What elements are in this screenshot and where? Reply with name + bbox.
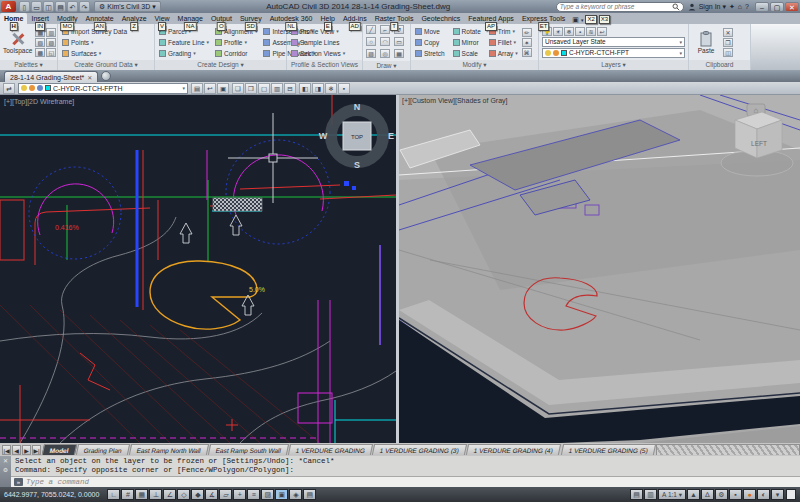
layout-tab[interactable]: 1 VERDURE GRADING (3): [372, 444, 467, 455]
viewcube-left-face[interactable]: LEFT: [751, 140, 767, 147]
ribbon-button[interactable]: Mirror: [451, 37, 485, 48]
search-icon[interactable]: [672, 3, 680, 11]
region-icon[interactable]: ▦: [394, 49, 404, 58]
ribbon-tab[interactable]: Help E: [317, 13, 339, 24]
dynamic-input-toggle[interactable]: +: [233, 489, 246, 500]
toolbar-lock-button[interactable]: ▪: [729, 489, 742, 500]
ortho-toggle[interactable]: ⊥: [149, 489, 162, 500]
viewcube-east[interactable]: E: [388, 131, 394, 141]
ellipse-icon[interactable]: ◎: [380, 49, 390, 58]
new-icon[interactable]: ▯: [19, 1, 30, 12]
drawing-tab[interactable]: 28-1-14 Grading-Sheet* ✕: [4, 71, 98, 82]
inquiry-icon[interactable]: ▧: [35, 38, 45, 47]
ribbon-tab[interactable]: Survey SD: [236, 13, 266, 24]
copy-to-layer-icon[interactable]: ❐: [245, 83, 257, 94]
prev-layout-icon[interactable]: ◀: [12, 445, 21, 455]
layer-states-icon[interactable]: ▣: [217, 83, 229, 94]
layer-state-dropdown[interactable]: Unsaved Layer State ▾: [542, 37, 685, 47]
chevron-down-icon[interactable]: ▾: [581, 17, 584, 23]
panel-title[interactable]: Palettes ▾: [0, 60, 57, 70]
erase-icon[interactable]: ✏: [522, 28, 532, 37]
ribbon-tab[interactable]: Manage NA: [174, 13, 207, 24]
ribbon-button[interactable]: Feature Line▾: [157, 37, 211, 48]
annotation-monitor-toggle[interactable]: ▤: [303, 489, 316, 500]
layout-button[interactable]: ▥: [644, 489, 657, 500]
unisolate-icon[interactable]: ◨: [312, 83, 324, 94]
ribbon-button[interactable]: Section Views▾: [289, 48, 347, 59]
isolate-icon[interactable]: ◧: [299, 83, 311, 94]
ribbon-tab[interactable]: Express Tools ET: [518, 13, 569, 24]
ribbon-tab[interactable]: Raster Tools T: [371, 13, 418, 24]
paste-button[interactable]: Paste: [691, 25, 721, 59]
search-input[interactable]: [560, 2, 672, 11]
plot-icon[interactable]: ▤: [55, 1, 66, 12]
viewport-2d-top[interactable]: 0.416% 5.0% N S W E TOP [+][Top][2D Wire…: [0, 95, 396, 443]
panel-title[interactable]: Clipboard: [689, 60, 750, 70]
layout-tab[interactable]: Model: [42, 444, 77, 455]
viewport-3d-shaded[interactable]: ⌂ LEFT [+][Custom View][Shades of Gray]: [399, 95, 800, 443]
object-snap-toggle[interactable]: ◇: [177, 489, 190, 500]
layer-merge-icon[interactable]: ▥: [271, 83, 283, 94]
ribbon-button[interactable]: Grading▾: [157, 48, 211, 59]
command-input[interactable]: » Type a command: [11, 476, 800, 487]
make-layer-current-icon[interactable]: ⇄: [3, 83, 15, 94]
close-icon[interactable]: ✕: [3, 458, 8, 465]
viewcube-west[interactable]: W: [319, 131, 328, 141]
transparency-toggle[interactable]: ▨: [261, 489, 274, 500]
layer-properties-icon[interactable]: ▤: [191, 83, 203, 94]
restore-button[interactable]: ▢: [770, 2, 784, 12]
new-drawing-tab-button[interactable]: [101, 71, 111, 81]
lock-icon[interactable]: ▪: [338, 83, 350, 94]
layer-isolate-icon[interactable]: ☀: [553, 27, 563, 36]
layer-freeze-icon[interactable]: ❄: [564, 27, 574, 36]
panel-title[interactable]: Create Ground Data ▾: [58, 60, 154, 70]
layer-control-dropdown[interactable]: C-HYDR-CTCH-FPTH ▾: [18, 83, 188, 94]
ribbon-tab[interactable]: Home H: [0, 13, 27, 24]
selection-cycling-toggle[interactable]: ◈: [289, 489, 302, 500]
layer-match-icon[interactable]: ≋: [586, 27, 596, 36]
ribbon-tab[interactable]: Add-ins AD: [339, 13, 371, 24]
ribbon-button[interactable]: Array▾: [487, 48, 520, 59]
freeze-icon[interactable]: ❄: [325, 83, 337, 94]
panel-title[interactable]: Create Design ▾: [155, 60, 286, 70]
layout-tab[interactable]: East Ramp North Wall: [129, 444, 209, 455]
panel-title[interactable]: Profile & Section Views: [287, 60, 362, 70]
status-tray-menu-button[interactable]: ▾: [771, 489, 784, 500]
quick-properties-toggle[interactable]: ▣: [275, 489, 288, 500]
layout-tab[interactable]: 1 VERDURE GRADING (4): [466, 444, 561, 455]
join-icon[interactable]: ⌘: [522, 48, 532, 57]
ribbon-button[interactable]: Profile View▾: [289, 26, 347, 37]
arc-icon[interactable]: ◠: [380, 37, 390, 46]
ribbon-button[interactable]: Copy: [413, 37, 449, 48]
layer-walk-icon[interactable]: ▢: [258, 83, 270, 94]
clean-screen-button[interactable]: [786, 489, 796, 500]
layout-tab[interactable]: 1 VERDURE GRADING: [288, 444, 374, 455]
layer-props-icon[interactable]: ▩: [35, 48, 45, 57]
layout-tab[interactable]: 1 VERDURE GRADING (5): [560, 444, 655, 455]
workspace-switcher[interactable]: ⚙ Kim's Civil 3D ▾: [94, 1, 161, 12]
ribbon-tab[interactable]: Insert IN: [27, 13, 53, 24]
snap-toggle[interactable]: #: [121, 489, 134, 500]
panel-title[interactable]: Modify ▾: [411, 60, 538, 70]
line-icon[interactable]: ╱: [366, 25, 376, 34]
ribbon-button[interactable]: Profile▾: [213, 37, 259, 48]
ribbon-tab[interactable]: Analyze Z: [118, 13, 151, 24]
move-to-layer-icon[interactable]: ❏: [232, 83, 244, 94]
hatch-icon[interactable]: ▨: [366, 49, 376, 58]
ribbon-tab[interactable]: Output O: [207, 13, 236, 24]
ribbon-tab[interactable]: View V: [151, 13, 174, 24]
layer-prev-icon[interactable]: ↩: [597, 27, 607, 36]
layer-lock-icon[interactable]: ▪: [575, 27, 585, 36]
keep-connected-icon[interactable]: ⌂: [738, 3, 742, 10]
save-icon[interactable]: ◫: [43, 1, 54, 12]
undo-icon[interactable]: ↶: [67, 1, 78, 12]
ribbon-button[interactable]: Stretch: [413, 48, 449, 59]
grid-toggle[interactable]: ▦: [135, 489, 148, 500]
survey-icon[interactable]: ▨: [46, 38, 56, 47]
first-layout-icon[interactable]: |◀: [2, 445, 11, 455]
workspace-switching-button[interactable]: ⚙: [715, 489, 728, 500]
annotation-scale-button[interactable]: A 1:1 ▾: [658, 489, 686, 500]
isolate-objects-button[interactable]: ◐: [757, 489, 770, 500]
close-tab-icon[interactable]: ✕: [87, 74, 92, 81]
performance-tuner-button[interactable]: ●: [743, 489, 756, 500]
